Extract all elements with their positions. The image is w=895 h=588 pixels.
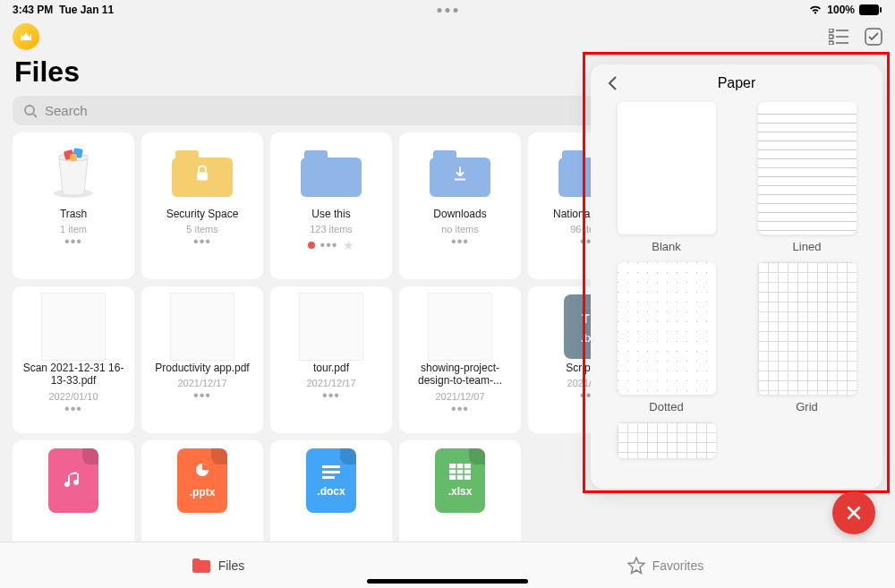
status-right: 100% <box>808 4 882 16</box>
header-bar <box>0 18 895 50</box>
paper-option-lined[interactable]: Lined <box>751 102 863 253</box>
svg-rect-4 <box>829 41 833 45</box>
file-item[interactable]: Productivity app.pdf 2021/12/17 ••• <box>141 286 263 433</box>
paper-preview-extra <box>618 422 716 458</box>
file-thumbnail <box>428 299 492 354</box>
more-dots-icon[interactable]: ••• <box>451 238 469 245</box>
file-item[interactable]: Downloads no items ••• <box>399 132 521 279</box>
paper-option-grid[interactable]: Grid <box>751 262 863 413</box>
file-thumbnail <box>170 145 234 200</box>
svg-line-10 <box>33 114 37 117</box>
more-dots-icon[interactable]: ••• <box>320 242 338 249</box>
file-thumbnail: .xlsx <box>428 453 492 508</box>
file-thumbnail <box>41 145 106 200</box>
svg-rect-3 <box>829 35 833 38</box>
status-time-date: 3:43 PM Tue Jan 11 <box>13 4 114 16</box>
file-name: Trash <box>60 208 87 220</box>
paper-option-extra[interactable] <box>610 422 722 458</box>
paper-popover: Paper Blank Lined Dotted Grid <box>591 64 882 489</box>
back-button[interactable] <box>607 75 618 96</box>
folder-icon <box>192 558 211 574</box>
star-icon[interactable]: ★ <box>343 238 354 252</box>
file-thumbnail <box>170 299 234 354</box>
file-item[interactable]: Use this 123 items •••★ <box>270 132 392 279</box>
wifi-icon <box>808 4 823 15</box>
star-icon <box>627 557 645 575</box>
file-thumbnail <box>428 145 492 200</box>
paper-preview-dotted <box>618 262 716 395</box>
file-name: Security Space <box>166 208 239 220</box>
status-bar: 3:43 PM Tue Jan 11 100% <box>0 0 895 18</box>
file-thumbnail: .docx <box>299 453 363 508</box>
file-name: Use this <box>311 208 350 220</box>
more-dots-icon[interactable]: ••• <box>451 405 469 413</box>
tab-favorites[interactable]: Favorites <box>627 557 704 575</box>
paper-preview-grid <box>758 262 857 395</box>
file-meta: 123 items <box>310 224 353 234</box>
file-name: Downloads <box>433 208 486 220</box>
file-meta: 2021/12/07 <box>435 391 484 402</box>
svg-rect-14 <box>70 154 77 161</box>
more-dots-icon[interactable]: ••• <box>193 238 211 245</box>
file-thumbnail <box>299 299 363 354</box>
svg-rect-21 <box>449 464 471 480</box>
tab-files[interactable]: Files <box>192 558 245 574</box>
svg-rect-0 <box>859 4 879 15</box>
file-name: showing-project-design-to-team-... <box>406 362 514 388</box>
svg-rect-2 <box>829 29 833 32</box>
paper-preview-blank <box>618 102 716 234</box>
popover-title: Paper <box>603 75 870 91</box>
file-item[interactable]: Scan 2021-12-31 16-13-33.pdf 2022/01/10 … <box>13 286 134 433</box>
svg-rect-18 <box>322 465 340 468</box>
file-thumbnail <box>41 299 106 354</box>
svg-rect-20 <box>322 476 335 479</box>
close-fab[interactable] <box>832 491 875 534</box>
tab-bar: Files Favorites <box>0 541 895 588</box>
file-name: Productivity app.pdf <box>155 362 249 374</box>
file-item[interactable]: tour.pdf 2021/12/17 ••• <box>270 286 392 433</box>
more-dots-icon[interactable]: ••• <box>322 392 340 399</box>
home-indicator[interactable] <box>367 579 528 584</box>
battery-icon <box>859 4 882 15</box>
svg-rect-1 <box>880 7 882 13</box>
svg-rect-15 <box>197 172 208 180</box>
paper-option-dotted[interactable]: Dotted <box>610 262 722 413</box>
search-icon <box>23 104 38 118</box>
file-thumbnail <box>41 453 106 508</box>
file-name: Scan 2021-12-31 16-13-33.pdf <box>20 362 127 388</box>
list-view-icon[interactable] <box>829 29 848 45</box>
close-icon <box>845 504 863 522</box>
file-item[interactable]: showing-project-design-to-team-... 2021/… <box>399 286 521 433</box>
file-thumbnail: .pptx <box>170 453 234 508</box>
file-thumbnail <box>299 145 363 200</box>
svg-text:T: T <box>582 311 590 326</box>
paper-option-blank[interactable]: Blank <box>610 102 722 253</box>
file-item[interactable]: Security Space 5 items ••• <box>141 132 263 279</box>
svg-rect-19 <box>322 471 340 473</box>
more-dots-icon[interactable]: ••• <box>64 405 82 413</box>
multitask-dots[interactable] <box>438 8 458 13</box>
select-icon[interactable] <box>865 28 882 46</box>
more-dots-icon[interactable]: ••• <box>193 392 211 399</box>
more-dots-icon[interactable]: ••• <box>64 238 82 245</box>
file-meta: 2022/01/10 <box>48 391 98 402</box>
file-item[interactable]: Trash 1 item ••• <box>13 132 134 279</box>
premium-badge[interactable] <box>13 23 39 50</box>
file-name: tour.pdf <box>313 362 349 374</box>
paper-preview-lined <box>758 102 857 234</box>
svg-point-9 <box>25 106 34 115</box>
